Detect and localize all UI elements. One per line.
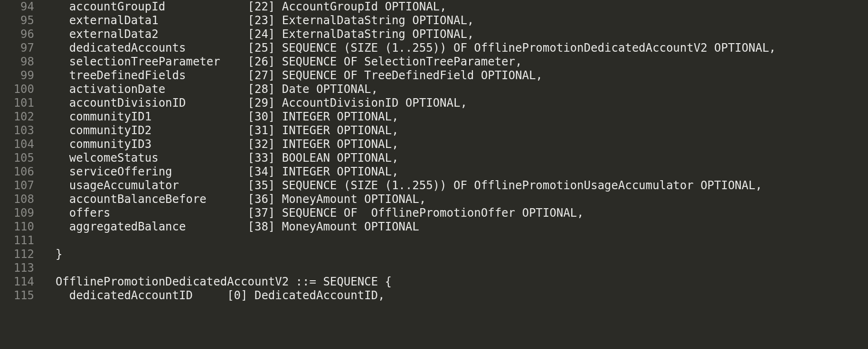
line-number: 115	[0, 289, 34, 303]
code-editor[interactable]: 9495969798991001011021031041051061071081…	[0, 0, 868, 349]
code-line[interactable]: selectionTreeParameter [26] SEQUENCE OF …	[42, 55, 868, 69]
code-line[interactable]: dedicatedAccountID [0] DedicatedAccountI…	[42, 289, 868, 303]
code-line[interactable]: }	[42, 248, 868, 261]
line-number: 105	[0, 151, 34, 165]
code-line[interactable]: accountGroupId [22] AccountGroupId OPTIO…	[42, 0, 868, 14]
code-line[interactable]: activationDate [28] Date OPTIONAL,	[42, 83, 868, 96]
line-number: 98	[0, 55, 34, 69]
code-line[interactable]: accountBalanceBefore [36] MoneyAmount OP…	[42, 193, 868, 206]
line-number: 103	[0, 124, 34, 138]
line-number: 99	[0, 69, 34, 83]
line-number: 97	[0, 41, 34, 55]
line-number: 95	[0, 14, 34, 28]
code-line[interactable]: aggregatedBalance [38] MoneyAmount OPTIO…	[42, 220, 868, 234]
code-line[interactable]: externalData2 [24] ExternalDataString OP…	[42, 28, 868, 41]
code-line[interactable]: communityID3 [32] INTEGER OPTIONAL,	[42, 138, 868, 151]
line-number: 111	[0, 234, 34, 248]
code-line[interactable]: welcomeStatus [33] BOOLEAN OPTIONAL,	[42, 151, 868, 165]
line-number: 112	[0, 248, 34, 261]
code-line[interactable]: OfflinePromotionDedicatedAccountV2 ::= S…	[42, 275, 868, 289]
code-line[interactable]: serviceOffering [34] INTEGER OPTIONAL,	[42, 165, 868, 179]
line-number: 101	[0, 96, 34, 110]
code-line[interactable]: externalData1 [23] ExternalDataString OP…	[42, 14, 868, 28]
code-line[interactable]	[42, 234, 868, 248]
line-number: 100	[0, 83, 34, 96]
line-number: 102	[0, 110, 34, 124]
code-line[interactable]: communityID2 [31] INTEGER OPTIONAL,	[42, 124, 868, 138]
code-line[interactable]: treeDefinedFields [27] SEQUENCE OF TreeD…	[42, 69, 868, 83]
line-number: 114	[0, 275, 34, 289]
line-number: 107	[0, 179, 34, 193]
code-line[interactable]: communityID1 [30] INTEGER OPTIONAL,	[42, 110, 868, 124]
line-number: 110	[0, 220, 34, 234]
line-number: 104	[0, 138, 34, 151]
code-line[interactable]: usageAccumulator [35] SEQUENCE (SIZE (1.…	[42, 179, 868, 193]
line-number: 113	[0, 261, 34, 275]
code-line[interactable]: offers [37] SEQUENCE OF OfflinePromotion…	[42, 206, 868, 220]
line-number: 108	[0, 193, 34, 206]
line-number: 109	[0, 206, 34, 220]
code-area[interactable]: accountGroupId [22] AccountGroupId OPTIO…	[36, 0, 868, 349]
code-line[interactable]	[42, 261, 868, 275]
line-number: 96	[0, 28, 34, 41]
line-number-gutter: 9495969798991001011021031041051061071081…	[0, 0, 36, 349]
code-line[interactable]: dedicatedAccounts [25] SEQUENCE (SIZE (1…	[42, 41, 868, 55]
code-line[interactable]: accountDivisionID [29] AccountDivisionID…	[42, 96, 868, 110]
line-number: 94	[0, 0, 34, 14]
line-number: 106	[0, 165, 34, 179]
